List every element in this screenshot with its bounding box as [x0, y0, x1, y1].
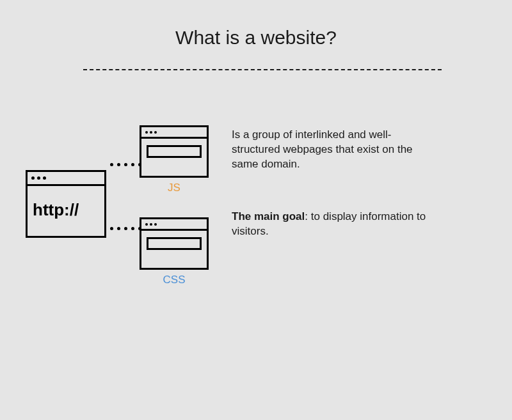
window-dot-icon [150, 223, 152, 226]
browser-titlebar [141, 219, 207, 231]
browser-window-css [140, 217, 209, 270]
window-dot-icon [145, 223, 148, 226]
window-dot-icon [31, 176, 35, 180]
browser-address-bar-icon [147, 237, 202, 250]
window-dot-icon [150, 131, 152, 134]
connector-dots-bottom [110, 227, 141, 230]
label-css: CSS [140, 274, 209, 286]
label-js: JS [140, 182, 209, 194]
window-dot-icon [145, 131, 148, 134]
goal-text-bold: The main goal [232, 210, 305, 222]
browser-titlebar [141, 127, 207, 139]
slide-title: What is a website? [0, 27, 512, 49]
window-dot-icon [37, 176, 40, 180]
browser-address-bar-icon [147, 145, 202, 158]
http-address-text: http:// [33, 200, 79, 220]
browser-window-js [140, 125, 209, 178]
window-dot-icon [43, 176, 46, 180]
browser-titlebar [28, 172, 104, 186]
divider-line [83, 69, 442, 70]
connector-dots-top [110, 163, 141, 166]
goal-text: The main goal: to display information to… [232, 210, 436, 239]
window-dot-icon [154, 131, 157, 134]
window-dot-icon [154, 223, 157, 226]
definition-text: Is a group of interlinked and well-struc… [232, 128, 436, 172]
browser-window-main: http:// [26, 170, 106, 238]
